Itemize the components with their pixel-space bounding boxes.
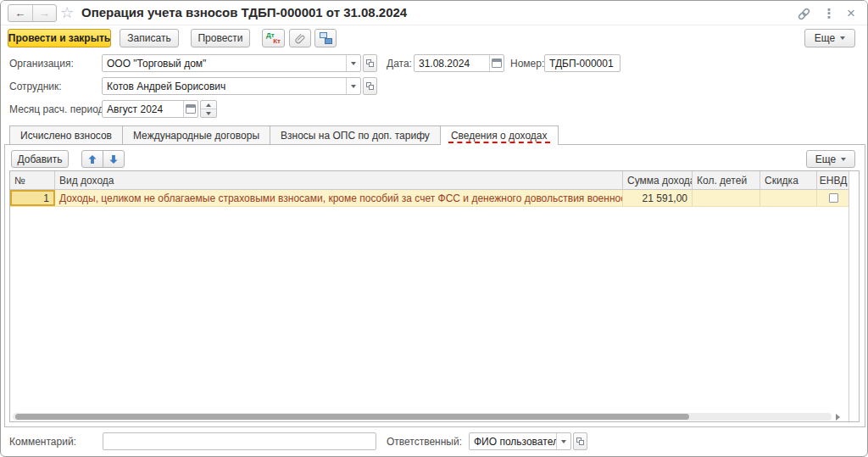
employee-label: Сотрудник:	[9, 81, 62, 92]
col-header-discount[interactable]: Скидка	[760, 171, 817, 189]
post-button[interactable]: Провести	[191, 29, 250, 47]
organization-label: Организация:	[9, 58, 74, 70]
more-actions-button[interactable]: Еще	[804, 29, 855, 47]
number-field[interactable]: ТДБП-000001	[544, 54, 620, 72]
window-header: ← → ☆ Операция учета взносов ТДБП-000001…	[1, 1, 867, 25]
row-income-type-cell[interactable]: Доходы, целиком не облагаемые страховыми…	[55, 190, 623, 206]
vertical-scrollbar-track[interactable]	[849, 171, 849, 421]
calendar-icon	[186, 104, 196, 114]
row-amount-cell[interactable]: 21 591,00	[623, 190, 693, 206]
horizontal-scrollbar-track[interactable]	[13, 413, 832, 421]
row-discount-cell[interactable]	[760, 190, 817, 206]
employee-open-button[interactable]	[363, 77, 377, 95]
add-row-button[interactable]: Добавить	[11, 150, 69, 168]
back-icon: ←	[14, 7, 25, 20]
organization-field[interactable]: ООО "Торговый дом"	[102, 54, 361, 72]
related-documents-button[interactable]	[314, 29, 337, 47]
move-down-button[interactable]	[103, 150, 125, 168]
table-header-row: № Вид дохода Сумма дохода Кол. детей Ски…	[10, 171, 849, 190]
chevron-down-icon	[206, 112, 211, 115]
row-envd-cell[interactable]	[817, 190, 849, 206]
document-window: ← → ☆ Операция учета взносов ТДБП-000001…	[0, 0, 868, 457]
save-button[interactable]: Записать	[120, 29, 179, 47]
dtkt-icon: Дт Кт	[263, 30, 284, 47]
tab-additional-tariff[interactable]: Взносы на ОПС по доп. тарифу	[270, 125, 441, 145]
tab-bar: Исчислено взносов Международные договоры…	[9, 125, 559, 145]
forward-button[interactable]: →	[32, 5, 57, 21]
page-title: Операция учета взносов ТДБП-000001 от 31…	[81, 5, 407, 20]
chevron-down-icon	[351, 85, 356, 88]
period-month-label: Месяц расч. периода:	[9, 103, 113, 115]
tab-calculated-contributions[interactable]: Исчислено взносов	[9, 125, 123, 145]
income-table: № Вид дохода Сумма дохода Кол. детей Ски…	[9, 170, 860, 422]
envd-checkbox[interactable]	[829, 193, 838, 203]
forward-icon: →	[39, 7, 50, 20]
horizontal-scrollbar-thumb[interactable]	[15, 414, 689, 420]
col-header-num[interactable]: №	[10, 171, 55, 189]
number-label: Номер:	[510, 58, 544, 70]
move-row-group	[81, 150, 125, 168]
comment-input[interactable]	[103, 432, 376, 450]
modified-underline	[448, 142, 550, 143]
open-icon	[366, 59, 374, 67]
period-month-spinner[interactable]	[200, 100, 217, 118]
date-field[interactable]: 31.08.2024	[414, 54, 504, 72]
close-icon[interactable]: ×	[843, 6, 859, 21]
col-header-amount[interactable]: Сумма дохода	[623, 171, 693, 189]
attachments-button[interactable]	[289, 29, 311, 47]
chevron-down-icon	[561, 440, 566, 443]
arrow-up-icon	[87, 154, 97, 164]
open-icon	[366, 82, 374, 90]
responsible-field[interactable]: ФИО пользователя	[469, 432, 571, 450]
paperclip-icon	[294, 32, 307, 45]
dtkt-postings-button[interactable]: Дт Кт	[262, 29, 285, 47]
col-header-income-type[interactable]: Вид дохода	[55, 171, 623, 189]
chevron-up-icon	[206, 103, 211, 107]
open-icon	[576, 437, 584, 445]
date-calendar-button[interactable]	[489, 55, 504, 71]
responsible-dropdown-button[interactable]	[556, 433, 570, 449]
move-up-button[interactable]	[81, 150, 103, 168]
date-label: Дата:	[387, 58, 412, 70]
scroll-right-arrow[interactable]	[836, 414, 840, 421]
row-children-cell[interactable]	[693, 190, 760, 206]
row-num-cell[interactable]: 1	[10, 190, 55, 206]
spin-down-button[interactable]	[201, 109, 216, 117]
back-button[interactable]: ←	[8, 5, 32, 21]
get-link-icon[interactable]	[796, 6, 811, 21]
table-row[interactable]: 1 Доходы, целиком не облагаемые страховы…	[10, 190, 849, 207]
tab-international-treaties[interactable]: Международные договоры	[122, 125, 270, 145]
spin-up-button[interactable]	[201, 101, 216, 109]
chevron-down-icon	[351, 62, 356, 65]
col-header-children[interactable]: Кол. детей	[693, 171, 760, 189]
post-and-close-button[interactable]: Провести и закрыть	[8, 29, 111, 47]
employee-dropdown-button[interactable]	[346, 78, 360, 94]
responsible-label: Ответственный:	[387, 436, 462, 448]
tab-income-info[interactable]: Сведения о доходах	[440, 125, 559, 145]
history-nav-group: ← →	[8, 4, 57, 22]
period-month-calendar-button[interactable]	[183, 101, 198, 117]
grid-more-button[interactable]: Еще	[806, 150, 855, 168]
calendar-icon	[492, 59, 502, 68]
col-header-envd[interactable]: ЕНВД	[817, 171, 849, 189]
related-documents-icon	[320, 32, 332, 44]
responsible-open-button[interactable]	[573, 432, 587, 450]
employee-field[interactable]: Котов Андрей Борисович	[102, 77, 361, 95]
chevron-down-icon	[840, 36, 845, 40]
chevron-down-icon	[841, 158, 846, 161]
arrow-down-icon	[108, 154, 119, 164]
window-menu-icon[interactable]: ⋮	[821, 6, 837, 21]
organization-dropdown-button[interactable]	[346, 55, 360, 71]
period-month-field[interactable]: Август 2024	[102, 100, 198, 118]
organization-open-button[interactable]	[363, 54, 377, 72]
favorite-star-icon[interactable]: ☆	[60, 3, 74, 22]
comment-label: Комментарий:	[9, 436, 76, 448]
